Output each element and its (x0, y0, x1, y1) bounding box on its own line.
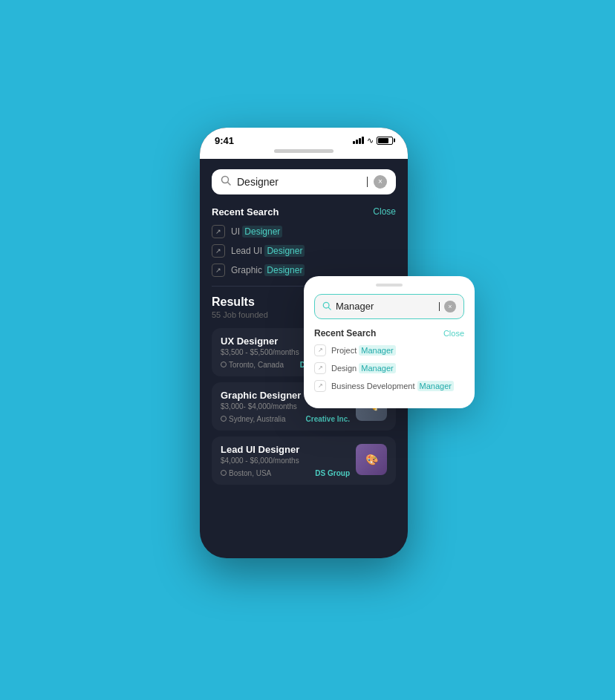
recent-item-2[interactable]: ↗ Lead UI Designer (212, 244, 396, 258)
notch (274, 149, 333, 153)
popup-arrow-1: ↗ (314, 344, 326, 356)
job-location-3: Boston, USA (221, 469, 271, 477)
company-label-3: DS Group (315, 469, 350, 477)
popup-recent-section: Recent Search Close ↗ Project Manager ↗ … (314, 328, 464, 392)
status-bar: 9:41 ∿ (200, 128, 408, 149)
svg-line-1 (228, 183, 231, 186)
job-thumb-3: 🎨 (356, 444, 387, 475)
search-icon (221, 175, 231, 188)
wifi-icon: ∿ (367, 136, 374, 145)
recent-label-1: UI Designer (231, 226, 282, 237)
signal-icon (353, 137, 364, 144)
svg-line-3 (328, 307, 331, 310)
recent-label-3: Graphic Designer (231, 265, 305, 275)
job-card-3[interactable]: Lead UI Designer $4,000 - $6,000/months … (212, 436, 396, 485)
battery-icon (377, 137, 393, 145)
search-box[interactable]: Designer × (212, 169, 396, 194)
phone-container: 9:41 ∿ (200, 128, 415, 573)
recent-label-2: Lead UI Designer (231, 246, 305, 256)
popup-search-box[interactable]: Manager × (314, 294, 464, 319)
close-recent-button[interactable]: Close (373, 206, 396, 217)
recent-search-title: Recent Search (212, 206, 279, 217)
popup-close-button[interactable]: Close (443, 329, 464, 338)
job-salary-3: $4,000 - $6,000/months (221, 457, 350, 465)
status-time: 9:41 (215, 135, 234, 146)
recent-item-1[interactable]: ↗ UI Designer (212, 225, 396, 238)
location-pin-1 (221, 362, 227, 367)
recent-search-section: Recent Search Close ↗ UI Designer ↗ Lead… (212, 206, 396, 277)
arrow-icon-3: ↗ (212, 264, 225, 277)
popup-label-2: Design Manager (331, 364, 396, 373)
job-location-2: Sydney, Australia (221, 415, 286, 423)
popup-recent-item-1[interactable]: ↗ Project Manager (314, 344, 464, 356)
company-label-2: Creative Inc. (306, 415, 350, 423)
popup-label-1: Project Manager (331, 346, 396, 355)
job-title-3: Lead UI Designer (221, 444, 350, 455)
popup-arrow-3: ↗ (314, 380, 326, 392)
popup-search-icon (322, 300, 331, 313)
popup-arrow-2: ↗ (314, 362, 326, 374)
location-pin-3 (221, 470, 227, 476)
clear-button[interactable]: × (374, 175, 387, 189)
popup-recent-item-2[interactable]: ↗ Design Manager (314, 362, 464, 374)
search-query: Designer (237, 176, 360, 188)
page-wrapper: 9:41 ∿ (0, 0, 615, 700)
arrow-icon-1: ↗ (212, 225, 225, 238)
popup-label-3: Business Development Manager (331, 382, 454, 390)
popup-recent-title: Recent Search (314, 328, 376, 338)
popup-card: Manager × Recent Search Close ↗ Project … (304, 276, 475, 408)
popup-handle (376, 284, 403, 287)
phone-top-bar (200, 149, 408, 159)
popup-search-query: Manager (336, 301, 434, 312)
popup-recent-item-3[interactable]: ↗ Business Development Manager (314, 380, 464, 392)
status-icons: ∿ (353, 136, 393, 145)
location-pin-2 (221, 416, 227, 422)
popup-clear-button[interactable]: × (444, 301, 456, 313)
arrow-icon-2: ↗ (212, 244, 225, 258)
recent-item-3[interactable]: ↗ Graphic Designer (212, 264, 396, 277)
job-location-1: Toronto, Canada (221, 361, 284, 369)
